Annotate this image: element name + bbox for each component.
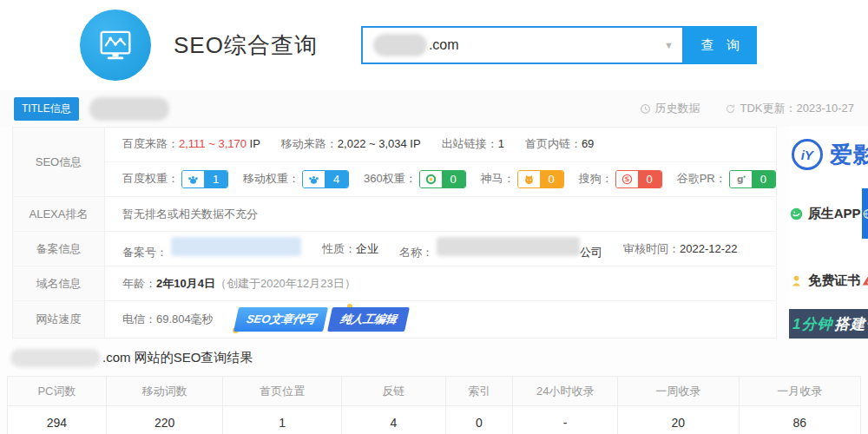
baidu-paw-icon <box>307 173 320 186</box>
ad-item-free-website[interactable]: 免费建站 <box>862 188 868 239</box>
page-title: SEO综合查询 <box>174 30 318 61</box>
result-value[interactable]: 220 <box>107 406 224 434</box>
domain-suffix: .com <box>429 37 459 53</box>
shenma-weight-badge[interactable]: 0 <box>517 170 564 188</box>
seo-info-table: SEO信息 百度来路：2,111 ~ 3,170 IP 移动来路：2,022 ~… <box>12 127 777 339</box>
table-row-seo: SEO信息 百度来路：2,111 ~ 3,170 IP 移动来路：2,022 ~… <box>13 128 776 197</box>
table-row-domain: 域名信息 年龄：2年10月4日（创建于2020年12月23日） <box>13 266 776 301</box>
row-label: ALEXA排名 <box>13 197 105 231</box>
chevron-down-icon[interactable]: ▼ <box>664 40 674 50</box>
sogou-weight: 搜狗： S 0 <box>579 170 662 188</box>
row-label: SEO信息 <box>13 128 105 196</box>
sogou-s-icon: S <box>621 173 634 186</box>
blurred-company-name <box>437 237 580 256</box>
blurred-domain-text <box>10 349 101 367</box>
column-header: 移动词数 <box>107 377 224 406</box>
seo-weights-line: 百度权重： 1 移动权重： 4 <box>105 162 776 197</box>
google-pr: 谷歌PR： g 0 <box>677 170 776 188</box>
title-info-bar: TITLE信息 历史数据 TDK更新：2023-10-27 <box>0 90 868 127</box>
table-row-speed: 网站速度 电信：69.804毫秒 SEO文章代写 纯人工编辑 <box>13 301 776 338</box>
column-header: 24小时收录 <box>513 377 618 406</box>
column-header: 一周收录 <box>618 377 739 406</box>
table-row-beian: 备案信息 备案号： 性质：企业 名称：公司 审核时间：2022-12-22 <box>13 232 776 266</box>
brand-logo: iY <box>792 139 823 170</box>
weight-360: 360权重： 0 <box>364 170 466 188</box>
ad-item-native-app[interactable]: 原生APP <box>789 206 861 222</box>
header: SEO综合查询 .com ▼ 查 询 <box>0 0 868 90</box>
globe-icon <box>862 207 868 221</box>
mobile-weight: 移动权重： 4 <box>243 170 349 188</box>
blurred-beian-number <box>171 237 301 256</box>
seo-traffic-line: 百度来路：2,111 ~ 3,170 IP 移动来路：2,022 ~ 3,034… <box>105 128 776 162</box>
blurred-domain-text <box>373 34 427 56</box>
row-label: 备案信息 <box>13 232 105 266</box>
ad-feature-grid: 原生APP 免费建站 免费证书 免费模板 <box>789 174 868 304</box>
shenma-weight: 神马： 0 <box>481 170 564 188</box>
row-label: 网站速度 <box>13 301 105 338</box>
google-pr-badge[interactable]: g 0 <box>729 170 776 188</box>
title-info-badge: TITLE信息 <box>14 97 79 121</box>
mobile-weight-badge[interactable]: 4 <box>302 170 349 188</box>
result-value[interactable]: 0 <box>446 406 514 434</box>
result-value[interactable]: 4 <box>342 406 446 434</box>
result-value[interactable]: - <box>513 406 618 434</box>
ad-tag-seo-writing[interactable]: SEO文章代写 <box>233 307 328 332</box>
svg-text:S: S <box>625 175 629 183</box>
main-content: SEO信息 百度来路：2,111 ~ 3,170 IP 移动来路：2,022 ~… <box>0 127 868 339</box>
ad-item-free-certificate[interactable]: 免费证书 <box>789 273 860 289</box>
baidu-weight: 百度权重： 1 <box>122 170 228 188</box>
refresh-icon <box>725 103 736 115</box>
brand-name: 爱影CMS <box>830 140 868 170</box>
template-icon <box>861 273 868 288</box>
history-data-link[interactable]: 历史数据 <box>640 101 700 116</box>
alexa-value: 暂无排名或相关数据不充分 <box>105 197 776 231</box>
query-button[interactable]: 查 询 <box>684 26 757 64</box>
blurred-title-text <box>89 97 169 121</box>
seo-query-page: SEO综合查询 .com ▼ 查 询 TITLE信息 历史数据 <box>0 0 868 434</box>
result-section: .com 网站的SEO查询结果 PC词数 移动词数 首页位置 反链 索引 24小… <box>0 349 868 434</box>
column-header: 反链 <box>342 377 446 406</box>
green-app-icon <box>789 207 804 221</box>
svg-text:g: g <box>737 174 744 184</box>
seo-writing-ad[interactable]: SEO文章代写 纯人工编辑 <box>236 307 407 332</box>
sogou-weight-badge[interactable]: S 0 <box>615 170 662 188</box>
search-bar: .com ▼ 查 询 <box>361 26 757 64</box>
sidebar-ad[interactable]: iY 爱影CMS 原生APP 免费建站 免费证书 免费模板 <box>789 127 868 339</box>
result-value[interactable]: 1 <box>223 406 341 434</box>
table-row-alexa: ALEXA排名 暂无排名或相关数据不充分 <box>13 197 776 232</box>
baidu-paw-icon <box>187 173 200 186</box>
ad-item-free-template[interactable]: 免费模板 <box>861 273 868 289</box>
column-header: 索引 <box>446 377 514 406</box>
column-header: 首页位置 <box>223 377 341 406</box>
ad-tag-manual-edit[interactable]: 纯人工编辑 <box>327 307 410 332</box>
google-g-icon: g <box>734 173 747 186</box>
ad-banner[interactable]: 1分钟 搭建一个网站 <box>789 309 868 339</box>
column-header: PC词数 <box>8 377 107 406</box>
baidu-weight-badge[interactable]: 1 <box>181 170 228 188</box>
weight-360-badge[interactable]: 0 <box>419 170 466 188</box>
360-circle-icon <box>424 173 437 186</box>
search-input[interactable]: .com ▼ <box>361 26 684 64</box>
column-header: 一月收录 <box>740 377 860 406</box>
tdk-update-status: TDK更新：2023-10-27 <box>725 101 855 116</box>
ad-brand[interactable]: iY 爱影CMS <box>789 139 868 170</box>
certificate-icon <box>789 273 804 288</box>
app-logo <box>80 10 151 81</box>
title-bar-right: 历史数据 TDK更新：2023-10-27 <box>640 101 855 116</box>
row-label: 域名信息 <box>13 266 105 300</box>
result-value[interactable]: 294 <box>8 406 107 434</box>
monitor-chart-icon <box>91 21 140 69</box>
result-value[interactable]: 86 <box>740 406 860 434</box>
result-value[interactable]: 20 <box>618 406 739 434</box>
result-table: PC词数 移动词数 首页位置 反链 索引 24小时收录 一周收录 一月收录 29… <box>7 376 861 434</box>
history-clock-icon <box>640 103 651 115</box>
shenma-icon <box>523 173 536 186</box>
result-title: .com 网站的SEO查询结果 <box>7 349 861 367</box>
